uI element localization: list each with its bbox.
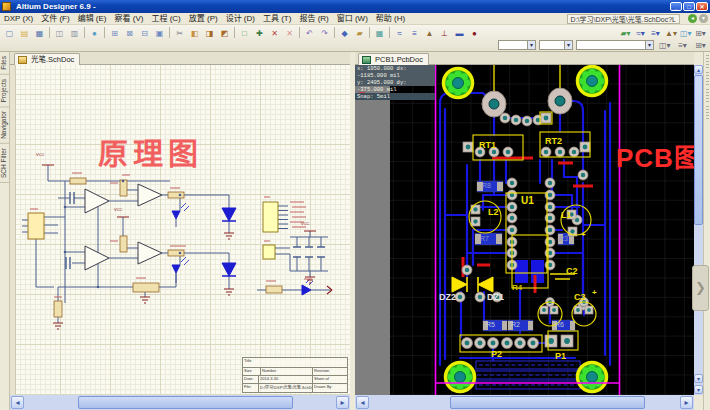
sch-scroll-thumb[interactable] xyxy=(78,396,293,409)
menu-item-5[interactable]: 放置 (P) xyxy=(185,13,222,25)
menu-item-2[interactable]: 编辑 (E) xyxy=(74,13,111,25)
pcb-designator-+: + xyxy=(592,289,597,297)
minimize-button[interactable]: _ xyxy=(670,2,682,11)
toolbar-combo-2[interactable]: ▾ xyxy=(576,40,654,50)
maximize-button[interactable]: □ xyxy=(683,2,695,11)
menu-item-7[interactable]: 工具 (T) xyxy=(259,13,295,25)
nav-back-icon[interactable]: ◂ xyxy=(688,14,697,23)
pcb-hscrollbar[interactable]: ◂ ▸ xyxy=(355,395,694,410)
deselect-all-icon[interactable]: ✕ xyxy=(268,27,281,39)
snap-grid-icon[interactable]: ⊞▾ xyxy=(694,39,707,51)
toolbar-separator xyxy=(299,27,300,38)
sch-tab-bar: 光笔.SchDoc xyxy=(10,52,350,65)
cross-probe-icon[interactable]: ◆ xyxy=(338,27,351,39)
clear-filter-icon[interactable]: ✕ xyxy=(283,27,296,39)
pcb-scroll-right-icon[interactable]: ▸ xyxy=(680,396,693,409)
grid-tools-icon[interactable]: ⊞▾ xyxy=(694,27,707,39)
pcb-annotation-text: PCB图 xyxy=(616,137,694,174)
sch-label-VCC: VCC xyxy=(36,153,44,157)
menu-item-6[interactable]: 设计 (D) xyxy=(222,13,259,25)
combo-dropdown-icon[interactable]: ▾ xyxy=(645,41,653,49)
pcb-scroll-up-icon[interactable]: ▴ xyxy=(694,65,703,74)
sheet-title-block: Title Size Number Revision Date: 2014-3-… xyxy=(242,357,348,393)
sheet-tools-icon[interactable]: ◫▾ xyxy=(679,27,692,39)
zoom-area-icon[interactable]: ⊟ xyxy=(138,27,151,39)
paste-array-icon[interactable]: ◩ xyxy=(218,27,231,39)
sidebar-tab-projects[interactable]: Projects xyxy=(0,75,10,107)
copy-icon[interactable]: ◧ xyxy=(188,27,201,39)
place-power-port-icon[interactable]: ⊥ xyxy=(438,27,451,39)
pcb-scroll-left-icon[interactable]: ◂ xyxy=(356,396,369,409)
wiring-tools-icon[interactable]: ≈▾ xyxy=(634,27,647,39)
toolbar-combo-1[interactable]: ▾ xyxy=(539,40,573,50)
browse-library-icon[interactable]: ▦ xyxy=(373,27,386,39)
pcb-designator-+: + xyxy=(581,231,586,239)
combo-dropdown-icon[interactable]: ▾ xyxy=(527,41,535,49)
menu-item-9[interactable]: 窗口 (W) xyxy=(333,13,372,25)
close-button[interactable]: ✕ xyxy=(696,2,708,11)
part-tools-icon[interactable]: ▲▾ xyxy=(664,27,677,39)
right-panel-strip[interactable] xyxy=(703,52,710,410)
pcb-vscrollbar[interactable]: ▴ ▾ ▾ xyxy=(694,65,703,395)
tab-pcb-document[interactable]: PCB1.PcbDoc xyxy=(358,53,429,65)
sch-scroll-left-icon[interactable]: ◂ xyxy=(11,396,24,409)
move-selection-icon[interactable]: ✚ xyxy=(253,27,266,39)
redo-icon[interactable]: ↷ xyxy=(318,27,331,39)
pcb-vscroll-thumb[interactable] xyxy=(694,75,703,225)
zoom-window-icon[interactable]: ⊞ xyxy=(108,27,121,39)
place-wire-icon[interactable]: ≈ xyxy=(393,27,406,39)
title-bar: Altium Designer 6.9 - _ □ ✕ xyxy=(0,0,710,13)
pcb-doc-icon xyxy=(362,56,371,64)
zoom-selected-icon[interactable]: ▣ xyxy=(153,27,166,39)
place-junction-icon[interactable]: ● xyxy=(468,27,481,39)
panel-expand-chevron[interactable]: ❯ xyxy=(692,265,709,311)
menu-item-8[interactable]: 报告 (R) xyxy=(295,13,332,25)
drawing-tools-icon[interactable]: ▰▾ xyxy=(619,27,632,39)
menu-item-4[interactable]: 工程 (C) xyxy=(147,13,184,25)
open-document-icon[interactable]: ▤ xyxy=(18,27,31,39)
mask-level-icon[interactable]: ≡▾ xyxy=(676,39,689,51)
menu-item-0[interactable]: DXP (X) xyxy=(0,13,37,25)
place-bus-icon[interactable]: ≡ xyxy=(408,27,421,39)
nav-forward-icon[interactable]: ▾ xyxy=(699,14,708,23)
place-net-label-icon[interactable]: ▬ xyxy=(453,27,466,39)
print-preview-icon[interactable]: ▥ xyxy=(68,27,81,39)
pcb-scroll-extra-icon[interactable]: ▾ xyxy=(694,385,703,394)
right-strip-tab2[interactable] xyxy=(706,72,709,86)
titleblock-size: Size xyxy=(243,368,261,375)
sidebar-tab-sch-filter[interactable]: SCH Filter xyxy=(0,144,10,183)
sidebar-tab-navigator[interactable]: Navigator xyxy=(0,107,10,144)
new-document-icon[interactable]: ▢ xyxy=(3,27,16,39)
save-document-icon[interactable]: ▦ xyxy=(33,27,46,39)
cut-icon[interactable]: ✂ xyxy=(173,27,186,39)
annotate-icon[interactable]: ▰ xyxy=(353,27,366,39)
place-part-icon[interactable]: ▲ xyxy=(423,27,436,39)
tab-sch-document[interactable]: 光笔.SchDoc xyxy=(14,53,80,65)
sch-scroll-right-icon[interactable]: ▸ xyxy=(336,396,349,409)
undo-icon[interactable]: ↶ xyxy=(303,27,316,39)
selection-filter-icon[interactable]: ◫▾ xyxy=(658,39,671,51)
pcb-scroll-thumb[interactable] xyxy=(450,396,645,409)
sidebar-tab-files[interactable]: Files xyxy=(0,52,10,75)
paste-icon[interactable]: ◨ xyxy=(203,27,216,39)
sch-hscrollbar[interactable]: ◂ ▸ xyxy=(10,395,350,410)
pcb-scroll-down-icon[interactable]: ▾ xyxy=(694,374,703,383)
select-rectangle-icon[interactable]: □ xyxy=(238,27,251,39)
menu-item-3[interactable]: 察看 (V) xyxy=(111,13,148,25)
pcb-designator-R8: R8 xyxy=(482,182,491,189)
combo-dropdown-icon[interactable]: ▾ xyxy=(564,41,572,49)
open-from-web-icon[interactable]: ● xyxy=(88,27,101,39)
menu-item-10[interactable]: 帮助 (H) xyxy=(372,13,409,25)
toolbar-combo-0[interactable]: ▾ xyxy=(498,40,536,50)
pcb-canvas[interactable]: x: 1950.000 dx: -1185.000 mil y: 2405.00… xyxy=(355,65,694,395)
bus-tools-icon[interactable]: ≡▾ xyxy=(649,27,662,39)
right-strip-tab3[interactable] xyxy=(706,89,709,103)
right-strip-tab1[interactable] xyxy=(706,55,709,69)
menu-item-1[interactable]: 文件 (F) xyxy=(37,13,73,25)
schematic-canvas[interactable]: VCCVCCVCC 原理图 Title Size Number Revision… xyxy=(10,65,350,395)
document-path[interactable]: D:\学习\DXP\光笔\光笔.SchDoc?L xyxy=(567,14,680,24)
print-icon[interactable]: ◫ xyxy=(53,27,66,39)
zoom-document-icon[interactable]: ⊠ xyxy=(123,27,136,39)
left-panel-tabs: FilesProjectsNavigatorSCH Filter xyxy=(0,52,10,410)
right-strip-tab4[interactable] xyxy=(706,106,709,120)
